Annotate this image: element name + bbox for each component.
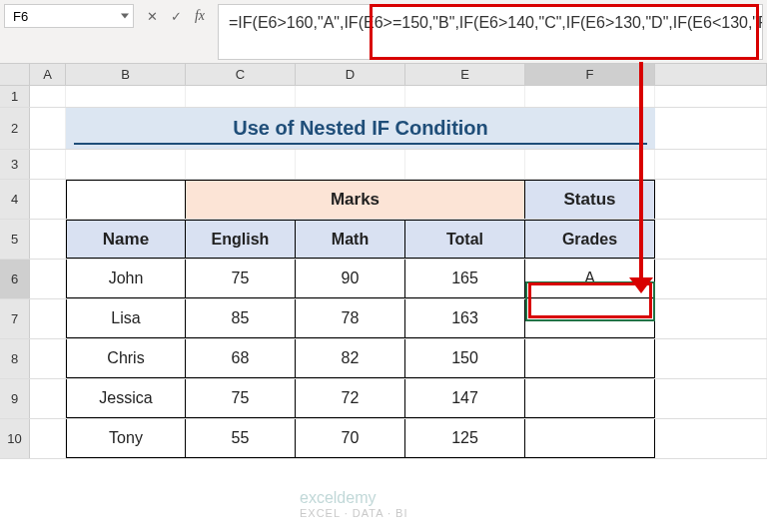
cell[interactable]: [30, 299, 66, 338]
cell[interactable]: [66, 150, 186, 179]
cell[interactable]: [525, 150, 655, 179]
cell-name[interactable]: Chris: [66, 339, 186, 378]
value: Jessica: [99, 389, 152, 407]
value: 147: [451, 389, 478, 407]
cell-grade[interactable]: [525, 299, 655, 338]
value: 90: [342, 269, 360, 287]
formula-input[interactable]: =IF(E6>160,"A",IF(E6>=150,"B",IF(E6>140,…: [218, 4, 763, 60]
cell[interactable]: [186, 150, 296, 179]
confirm-icon[interactable]: ✓: [166, 6, 186, 26]
cell-total[interactable]: 147: [405, 379, 525, 418]
cell[interactable]: [655, 379, 767, 418]
cell[interactable]: [30, 150, 66, 179]
cell[interactable]: [66, 180, 186, 219]
table-row: 8 Chris 68 82 150: [0, 339, 767, 379]
cell[interactable]: [655, 180, 767, 219]
cell-name[interactable]: John: [66, 260, 186, 298]
fx-icon[interactable]: fx: [190, 6, 210, 26]
cell-english[interactable]: 68: [186, 339, 296, 378]
title-cell[interactable]: Use of Nested IF Condition: [66, 108, 655, 149]
value: 163: [451, 309, 478, 327]
value: 165: [451, 269, 478, 287]
cell[interactable]: [655, 150, 767, 179]
col-header-spare[interactable]: [655, 64, 767, 85]
cell[interactable]: [405, 150, 525, 179]
cell-name[interactable]: Tony: [66, 419, 186, 458]
value: 68: [232, 349, 250, 367]
cell[interactable]: [30, 339, 66, 378]
cell[interactable]: [30, 108, 66, 149]
cell-grade[interactable]: [525, 339, 655, 378]
cell[interactable]: [296, 150, 405, 179]
row-header-8[interactable]: 8: [0, 339, 30, 378]
cell[interactable]: [655, 220, 767, 259]
row-header-5[interactable]: 5: [0, 220, 30, 259]
math-header[interactable]: Math: [296, 220, 405, 259]
row-header-6[interactable]: 6: [0, 260, 30, 298]
row-header-9[interactable]: 9: [0, 379, 30, 418]
cell-grade[interactable]: [525, 379, 655, 418]
grades-header[interactable]: Grades: [525, 220, 655, 259]
row-header-4[interactable]: 4: [0, 180, 30, 219]
cell-total[interactable]: 163: [405, 299, 525, 338]
cell-total[interactable]: 150: [405, 339, 525, 378]
cell-english[interactable]: 75: [186, 260, 296, 298]
row-3: 3: [0, 150, 767, 180]
row-header-10[interactable]: 10: [0, 419, 30, 458]
name-box[interactable]: F6: [4, 4, 134, 28]
chevron-down-icon[interactable]: [121, 14, 129, 19]
cell-total[interactable]: 165: [405, 260, 525, 298]
english-header[interactable]: English: [186, 220, 296, 259]
row-header-1[interactable]: 1: [0, 86, 30, 107]
name-header[interactable]: Name: [66, 220, 186, 259]
cell-english[interactable]: 75: [186, 379, 296, 418]
watermark: exceldemy EXCEL · DATA · BI: [300, 489, 408, 519]
cell[interactable]: [655, 299, 767, 338]
value: 55: [232, 429, 250, 447]
cell[interactable]: [186, 86, 296, 107]
col-header-C[interactable]: C: [186, 64, 296, 85]
cell[interactable]: [30, 180, 66, 219]
row-header-2[interactable]: 2: [0, 108, 30, 149]
cell-name[interactable]: Lisa: [66, 299, 186, 338]
cell[interactable]: [525, 86, 655, 107]
cell[interactable]: [30, 260, 66, 298]
cell[interactable]: [655, 419, 767, 458]
cell[interactable]: [296, 86, 405, 107]
col-header-B[interactable]: B: [66, 64, 186, 85]
cancel-icon[interactable]: ✕: [142, 6, 162, 26]
label: Math: [332, 231, 369, 249]
col-header-F[interactable]: F: [525, 64, 655, 85]
status-header[interactable]: Status: [525, 180, 655, 219]
cell-name[interactable]: Jessica: [66, 379, 186, 418]
cell-math[interactable]: 78: [296, 299, 405, 338]
col-header-D[interactable]: D: [296, 64, 405, 85]
cell-math[interactable]: 70: [296, 419, 405, 458]
cell-math[interactable]: 72: [296, 379, 405, 418]
cell-math[interactable]: 90: [296, 260, 405, 298]
col-header-A[interactable]: A: [30, 64, 66, 85]
cell-grade[interactable]: [525, 419, 655, 458]
value: A: [584, 269, 595, 287]
row-header-7[interactable]: 7: [0, 299, 30, 338]
cell[interactable]: [655, 86, 767, 107]
cell[interactable]: [655, 339, 767, 378]
cell[interactable]: [30, 419, 66, 458]
cell-english[interactable]: 85: [186, 299, 296, 338]
title-text: Use of Nested IF Condition: [233, 117, 488, 140]
cell-math[interactable]: 82: [296, 339, 405, 378]
cell[interactable]: [30, 220, 66, 259]
cell[interactable]: [30, 86, 66, 107]
total-header[interactable]: Total: [405, 220, 525, 259]
col-header-E[interactable]: E: [405, 64, 525, 85]
cell[interactable]: [655, 108, 767, 149]
cell[interactable]: [66, 86, 186, 107]
cell[interactable]: [405, 86, 525, 107]
cell[interactable]: [30, 379, 66, 418]
marks-header[interactable]: Marks: [186, 180, 525, 219]
cell[interactable]: [655, 260, 767, 298]
cell-total[interactable]: 125: [405, 419, 525, 458]
cell-english[interactable]: 55: [186, 419, 296, 458]
select-all-corner[interactable]: [0, 64, 30, 85]
row-header-3[interactable]: 3: [0, 150, 30, 179]
